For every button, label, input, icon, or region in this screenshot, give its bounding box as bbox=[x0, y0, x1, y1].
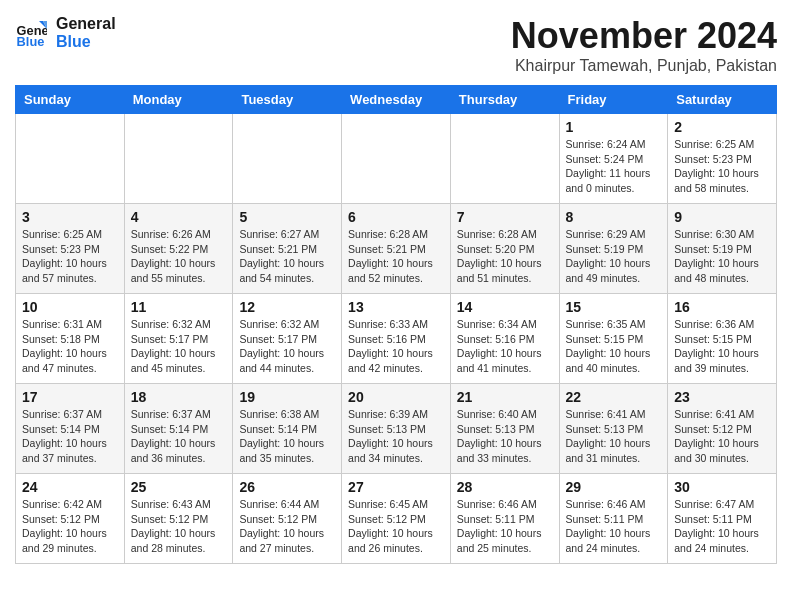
calendar: SundayMondayTuesdayWednesdayThursdayFrid… bbox=[15, 85, 777, 564]
day-cell bbox=[450, 114, 559, 204]
day-cell: 27Sunrise: 6:45 AM Sunset: 5:12 PM Dayli… bbox=[342, 474, 451, 564]
location: Khairpur Tamewah, Punjab, Pakistan bbox=[511, 57, 777, 75]
day-cell: 29Sunrise: 6:46 AM Sunset: 5:11 PM Dayli… bbox=[559, 474, 668, 564]
day-number: 30 bbox=[674, 479, 770, 495]
day-info: Sunrise: 6:46 AM Sunset: 5:11 PM Dayligh… bbox=[457, 497, 553, 556]
day-number: 18 bbox=[131, 389, 227, 405]
day-cell: 3Sunrise: 6:25 AM Sunset: 5:23 PM Daylig… bbox=[16, 204, 125, 294]
day-info: Sunrise: 6:28 AM Sunset: 5:21 PM Dayligh… bbox=[348, 227, 444, 286]
day-number: 3 bbox=[22, 209, 118, 225]
day-number: 12 bbox=[239, 299, 335, 315]
week-row-3: 17Sunrise: 6:37 AM Sunset: 5:14 PM Dayli… bbox=[16, 384, 777, 474]
day-number: 15 bbox=[566, 299, 662, 315]
weekday-header-thursday: Thursday bbox=[450, 86, 559, 114]
day-info: Sunrise: 6:27 AM Sunset: 5:21 PM Dayligh… bbox=[239, 227, 335, 286]
day-info: Sunrise: 6:43 AM Sunset: 5:12 PM Dayligh… bbox=[131, 497, 227, 556]
day-cell: 23Sunrise: 6:41 AM Sunset: 5:12 PM Dayli… bbox=[668, 384, 777, 474]
day-number: 11 bbox=[131, 299, 227, 315]
svg-text:Blue: Blue bbox=[17, 34, 45, 49]
week-row-1: 3Sunrise: 6:25 AM Sunset: 5:23 PM Daylig… bbox=[16, 204, 777, 294]
day-cell: 12Sunrise: 6:32 AM Sunset: 5:17 PM Dayli… bbox=[233, 294, 342, 384]
day-info: Sunrise: 6:33 AM Sunset: 5:16 PM Dayligh… bbox=[348, 317, 444, 376]
day-number: 28 bbox=[457, 479, 553, 495]
logo: General Blue General Blue bbox=[15, 15, 116, 51]
day-info: Sunrise: 6:37 AM Sunset: 5:14 PM Dayligh… bbox=[22, 407, 118, 466]
day-number: 8 bbox=[566, 209, 662, 225]
day-info: Sunrise: 6:46 AM Sunset: 5:11 PM Dayligh… bbox=[566, 497, 662, 556]
day-cell: 9Sunrise: 6:30 AM Sunset: 5:19 PM Daylig… bbox=[668, 204, 777, 294]
day-number: 16 bbox=[674, 299, 770, 315]
day-number: 2 bbox=[674, 119, 770, 135]
day-cell: 21Sunrise: 6:40 AM Sunset: 5:13 PM Dayli… bbox=[450, 384, 559, 474]
logo-blue: Blue bbox=[56, 33, 116, 51]
day-info: Sunrise: 6:38 AM Sunset: 5:14 PM Dayligh… bbox=[239, 407, 335, 466]
day-number: 24 bbox=[22, 479, 118, 495]
page-header: General Blue General Blue November 2024 … bbox=[15, 15, 777, 75]
week-row-4: 24Sunrise: 6:42 AM Sunset: 5:12 PM Dayli… bbox=[16, 474, 777, 564]
day-cell: 17Sunrise: 6:37 AM Sunset: 5:14 PM Dayli… bbox=[16, 384, 125, 474]
day-number: 13 bbox=[348, 299, 444, 315]
day-cell: 30Sunrise: 6:47 AM Sunset: 5:11 PM Dayli… bbox=[668, 474, 777, 564]
day-cell: 22Sunrise: 6:41 AM Sunset: 5:13 PM Dayli… bbox=[559, 384, 668, 474]
day-number: 27 bbox=[348, 479, 444, 495]
day-info: Sunrise: 6:41 AM Sunset: 5:12 PM Dayligh… bbox=[674, 407, 770, 466]
day-cell: 25Sunrise: 6:43 AM Sunset: 5:12 PM Dayli… bbox=[124, 474, 233, 564]
day-number: 25 bbox=[131, 479, 227, 495]
title-section: November 2024 Khairpur Tamewah, Punjab, … bbox=[511, 15, 777, 75]
day-cell bbox=[124, 114, 233, 204]
month-title: November 2024 bbox=[511, 15, 777, 57]
day-number: 10 bbox=[22, 299, 118, 315]
week-row-0: 1Sunrise: 6:24 AM Sunset: 5:24 PM Daylig… bbox=[16, 114, 777, 204]
day-number: 19 bbox=[239, 389, 335, 405]
day-number: 14 bbox=[457, 299, 553, 315]
day-cell: 20Sunrise: 6:39 AM Sunset: 5:13 PM Dayli… bbox=[342, 384, 451, 474]
day-number: 17 bbox=[22, 389, 118, 405]
day-info: Sunrise: 6:29 AM Sunset: 5:19 PM Dayligh… bbox=[566, 227, 662, 286]
day-number: 9 bbox=[674, 209, 770, 225]
week-row-2: 10Sunrise: 6:31 AM Sunset: 5:18 PM Dayli… bbox=[16, 294, 777, 384]
day-info: Sunrise: 6:42 AM Sunset: 5:12 PM Dayligh… bbox=[22, 497, 118, 556]
day-info: Sunrise: 6:24 AM Sunset: 5:24 PM Dayligh… bbox=[566, 137, 662, 196]
day-cell: 19Sunrise: 6:38 AM Sunset: 5:14 PM Dayli… bbox=[233, 384, 342, 474]
day-info: Sunrise: 6:31 AM Sunset: 5:18 PM Dayligh… bbox=[22, 317, 118, 376]
day-number: 21 bbox=[457, 389, 553, 405]
day-cell: 16Sunrise: 6:36 AM Sunset: 5:15 PM Dayli… bbox=[668, 294, 777, 384]
day-info: Sunrise: 6:37 AM Sunset: 5:14 PM Dayligh… bbox=[131, 407, 227, 466]
day-cell: 10Sunrise: 6:31 AM Sunset: 5:18 PM Dayli… bbox=[16, 294, 125, 384]
weekday-header-saturday: Saturday bbox=[668, 86, 777, 114]
day-cell: 1Sunrise: 6:24 AM Sunset: 5:24 PM Daylig… bbox=[559, 114, 668, 204]
day-number: 22 bbox=[566, 389, 662, 405]
logo-icon: General Blue bbox=[15, 17, 47, 49]
day-cell: 28Sunrise: 6:46 AM Sunset: 5:11 PM Dayli… bbox=[450, 474, 559, 564]
day-info: Sunrise: 6:35 AM Sunset: 5:15 PM Dayligh… bbox=[566, 317, 662, 376]
weekday-header-row: SundayMondayTuesdayWednesdayThursdayFrid… bbox=[16, 86, 777, 114]
day-cell: 8Sunrise: 6:29 AM Sunset: 5:19 PM Daylig… bbox=[559, 204, 668, 294]
day-number: 23 bbox=[674, 389, 770, 405]
day-info: Sunrise: 6:39 AM Sunset: 5:13 PM Dayligh… bbox=[348, 407, 444, 466]
day-cell: 7Sunrise: 6:28 AM Sunset: 5:20 PM Daylig… bbox=[450, 204, 559, 294]
weekday-header-wednesday: Wednesday bbox=[342, 86, 451, 114]
day-cell: 6Sunrise: 6:28 AM Sunset: 5:21 PM Daylig… bbox=[342, 204, 451, 294]
day-number: 4 bbox=[131, 209, 227, 225]
day-number: 5 bbox=[239, 209, 335, 225]
day-cell: 11Sunrise: 6:32 AM Sunset: 5:17 PM Dayli… bbox=[124, 294, 233, 384]
day-number: 6 bbox=[348, 209, 444, 225]
day-number: 29 bbox=[566, 479, 662, 495]
day-info: Sunrise: 6:25 AM Sunset: 5:23 PM Dayligh… bbox=[22, 227, 118, 286]
weekday-header-sunday: Sunday bbox=[16, 86, 125, 114]
day-info: Sunrise: 6:32 AM Sunset: 5:17 PM Dayligh… bbox=[131, 317, 227, 376]
day-number: 20 bbox=[348, 389, 444, 405]
day-info: Sunrise: 6:30 AM Sunset: 5:19 PM Dayligh… bbox=[674, 227, 770, 286]
day-info: Sunrise: 6:28 AM Sunset: 5:20 PM Dayligh… bbox=[457, 227, 553, 286]
day-info: Sunrise: 6:47 AM Sunset: 5:11 PM Dayligh… bbox=[674, 497, 770, 556]
day-number: 26 bbox=[239, 479, 335, 495]
day-cell: 4Sunrise: 6:26 AM Sunset: 5:22 PM Daylig… bbox=[124, 204, 233, 294]
day-cell bbox=[233, 114, 342, 204]
day-cell: 24Sunrise: 6:42 AM Sunset: 5:12 PM Dayli… bbox=[16, 474, 125, 564]
day-info: Sunrise: 6:32 AM Sunset: 5:17 PM Dayligh… bbox=[239, 317, 335, 376]
day-info: Sunrise: 6:40 AM Sunset: 5:13 PM Dayligh… bbox=[457, 407, 553, 466]
day-info: Sunrise: 6:25 AM Sunset: 5:23 PM Dayligh… bbox=[674, 137, 770, 196]
day-info: Sunrise: 6:41 AM Sunset: 5:13 PM Dayligh… bbox=[566, 407, 662, 466]
day-cell: 18Sunrise: 6:37 AM Sunset: 5:14 PM Dayli… bbox=[124, 384, 233, 474]
day-number: 7 bbox=[457, 209, 553, 225]
